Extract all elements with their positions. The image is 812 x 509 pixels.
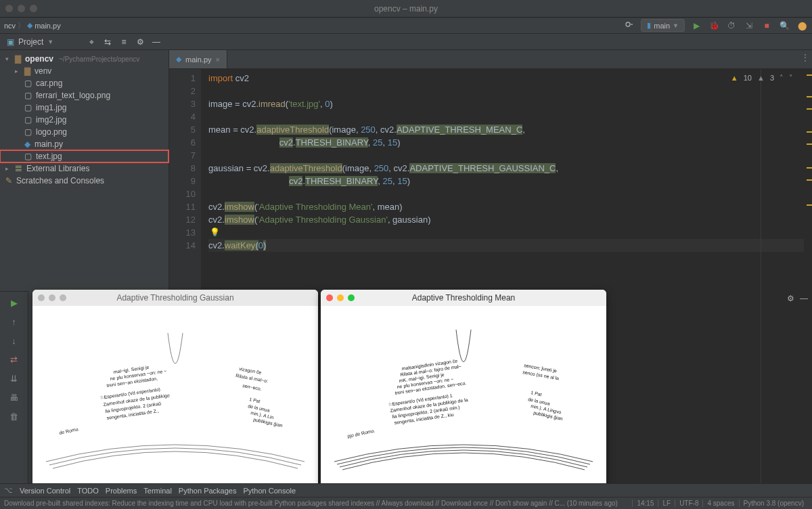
indent-indicator[interactable]: 4 spaces — [702, 500, 738, 507]
python-packages-label[interactable]: Python Packages — [179, 487, 237, 495]
window-title: opencv – main.py — [374, 4, 438, 14]
run-config-label: main — [654, 22, 670, 30]
down-button[interactable]: ↓ — [7, 334, 21, 347]
window-titlebar: opencv – main.py — [0, 0, 812, 18]
debug-button[interactable]: 🐞 — [708, 20, 720, 32]
settings-icon[interactable]: ⚙ — [134, 36, 146, 48]
tree-scratches[interactable]: ✎ Scratches and Consoles — [0, 175, 168, 187]
tree-file-mainpy[interactable]: ◆ main.py — [0, 138, 168, 150]
todo-label[interactable]: TODO — [77, 487, 99, 495]
run-tool-header-actions[interactable]: ⚙ — — [787, 294, 808, 303]
breadcrumb-file[interactable]: main.py — [35, 22, 61, 30]
image-file-icon: ▢ — [24, 115, 32, 125]
run-configuration-selector[interactable]: ▮ main ▼ — [641, 19, 685, 32]
window-titlebar[interactable]: Adaptive Thresholding Mean — [321, 290, 606, 306]
locate-icon[interactable]: ⌖ — [85, 36, 97, 48]
image-canvas: mal~igi. Senigi je ne plu konservas ~on:… — [32, 306, 318, 493]
error-stripe[interactable] — [804, 69, 812, 497]
tree-file[interactable]: ▢ img1.jpg — [0, 102, 168, 114]
image-window-mean[interactable]: Adaptive Thresholding Mean malsanigisdin… — [321, 290, 606, 493]
window-title-text: Adaptive Thresholding Mean — [412, 293, 516, 303]
chevron-right-icon[interactable]: ▸ — [5, 165, 12, 172]
chevron-down-icon[interactable]: ▾ — [5, 56, 12, 62]
tree-file[interactable]: ▢ img2.jpg — [0, 114, 168, 126]
search-everywhere-icon[interactable]: 🔍 — [778, 20, 790, 32]
inspection-widget[interactable]: ▲ 10 ▲ 3 ˄ ˅ — [731, 72, 793, 85]
tree-folder-venv[interactable]: ▸ ▇ venv — [0, 65, 168, 77]
gear-icon[interactable]: ⚙ — [787, 294, 794, 303]
bottom-tool-stripe[interactable]: ⌥ Version Control TODO Problems Terminal… — [0, 483, 812, 497]
image-file-icon: ▢ — [24, 103, 32, 112]
more-tabs-icon[interactable]: ⋮ — [801, 53, 809, 62]
project-tool-window-header[interactable]: ▣ Project ▼ ⌖ ⇆ ≡ ⚙ — — [0, 36, 169, 48]
minimize-dot[interactable] — [49, 294, 55, 301]
intention-bulb-icon[interactable]: 💡 — [210, 226, 220, 239]
problems-label[interactable]: Problems — [106, 487, 137, 495]
stop-button[interactable]: ■ — [761, 20, 773, 32]
chevron-right-icon[interactable]: ▸ — [15, 68, 22, 74]
breadcrumb[interactable]: ncv 〉 ◆ main.py — [4, 20, 61, 30]
window-titlebar[interactable]: Adaptive Thresholding Gaussian — [32, 290, 318, 306]
root-name: opencv — [25, 54, 53, 64]
attach-button[interactable]: ⇲ — [743, 20, 755, 32]
maximize-dot[interactable] — [30, 5, 37, 12]
encoding-indicator[interactable]: UTF-8 — [675, 500, 702, 507]
maximize-dot[interactable] — [348, 294, 355, 301]
hide-icon[interactable]: — — [800, 294, 808, 303]
help-icon[interactable]: ⬤ — [796, 20, 808, 32]
close-dot[interactable] — [326, 294, 333, 301]
tab-label: main.py — [185, 56, 212, 64]
close-dot[interactable] — [38, 294, 45, 301]
window-controls[interactable] — [5, 5, 37, 12]
terminal-label[interactable]: Terminal — [143, 487, 172, 495]
window-title-text: Adaptive Thresholding Gaussian — [116, 293, 233, 303]
python-console-label[interactable]: Python Console — [243, 487, 296, 495]
soft-wrap-button[interactable]: ⇄ — [7, 353, 21, 366]
chevron-down-icon[interactable]: ˅ — [789, 72, 793, 85]
scratches-icon: ✎ — [5, 176, 12, 185]
tree-external-libs[interactable]: ▸ 𝌆 External Libraries — [0, 162, 168, 175]
minimize-dot[interactable] — [337, 294, 344, 301]
chevron-down-icon[interactable]: ▼ — [47, 39, 53, 45]
image-window-gaussian[interactable]: Adaptive Thresholding Gaussian mal~igi. … — [32, 290, 318, 493]
close-icon[interactable]: × — [216, 56, 220, 64]
run-button[interactable]: ▶ — [690, 20, 702, 32]
chevron-up-icon[interactable]: ˄ — [780, 72, 784, 85]
tree-file-textjpg[interactable]: ▢ text.jpg — [0, 150, 168, 162]
breadcrumb-project[interactable]: ncv — [4, 22, 16, 30]
collapse-all-icon[interactable]: ≡ — [118, 36, 130, 48]
status-bar[interactable]: Download pre-built shared indexes: Reduc… — [0, 497, 812, 509]
close-dot[interactable] — [5, 5, 13, 12]
vcs-icon[interactable]: ⌥ — [4, 486, 13, 495]
warning-icon: ▲ — [731, 72, 738, 85]
tab-mainpy[interactable]: ◆ main.py × — [169, 50, 227, 68]
vcs-label[interactable]: Version Control — [20, 487, 70, 495]
image-file-icon: ▢ — [24, 127, 32, 137]
chevron-right-icon: 〉 — [18, 20, 25, 30]
minimize-dot[interactable] — [18, 5, 25, 12]
tree-file[interactable]: ▢ ferrari_text_logo.png — [0, 89, 168, 102]
clear-button[interactable]: 🗑 — [7, 410, 21, 423]
line-column[interactable]: 14:15 — [632, 500, 658, 507]
python-icon: ▮ — [647, 21, 651, 30]
right-margin-guide — [761, 69, 761, 497]
tree-file[interactable]: ▢ logo.png — [0, 126, 168, 138]
stop-button[interactable]: ↑ — [7, 315, 21, 328]
expand-all-icon[interactable]: ⇆ — [102, 36, 114, 48]
eol-indicator[interactable]: LF — [658, 500, 675, 507]
interpreter-indicator[interactable]: Python 3.8 (opencv) — [739, 500, 809, 507]
tree-root[interactable]: ▾ ▇ opencv ~/PycharmProjects/opencv — [0, 53, 168, 65]
editor-tabs[interactable]: ◆ main.py × ⋮ — [169, 50, 812, 69]
python-file-icon: ◆ — [24, 139, 30, 149]
review-icon[interactable] — [623, 20, 635, 32]
profile-button[interactable]: ⏱ — [725, 20, 738, 32]
status-message[interactable]: Download pre-built shared indexes: Reduc… — [4, 500, 632, 507]
rerun-button[interactable]: ▶ — [7, 296, 21, 309]
tree-file[interactable]: ▢ car.png — [0, 77, 168, 89]
maximize-dot[interactable] — [60, 294, 66, 301]
print-button[interactable]: 🖶 — [7, 391, 21, 404]
scroll-to-end-button[interactable]: ⇊ — [7, 372, 21, 385]
image-file-icon: ▢ — [24, 91, 32, 100]
hide-icon[interactable]: — — [150, 36, 162, 48]
svg-rect-1 — [32, 306, 318, 493]
